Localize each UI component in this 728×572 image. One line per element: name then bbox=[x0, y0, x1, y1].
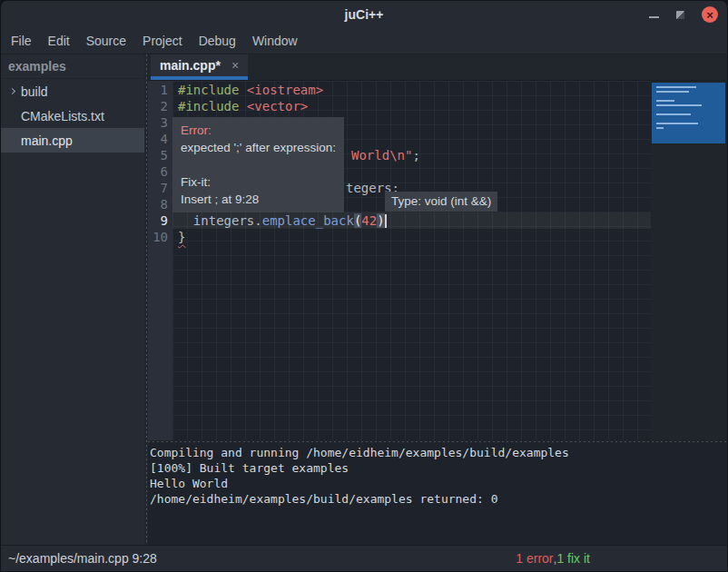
line-number-10: 10 bbox=[148, 229, 172, 245]
line-number-gutter: 12345678910 bbox=[148, 81, 172, 440]
tab-main-cpp[interactable]: main.cpp* × bbox=[151, 54, 248, 80]
line-number-1: 1 bbox=[148, 82, 172, 98]
code-segment: ; bbox=[412, 148, 419, 163]
code-segment: emplace_back bbox=[262, 213, 354, 228]
sidebar-item-cmakelists-txt[interactable]: CMakeLists.txt bbox=[1, 104, 144, 128]
menu-item-window[interactable]: Window bbox=[244, 30, 306, 52]
error-tooltip-line: Error: bbox=[181, 122, 336, 139]
editor-column: main.cpp* × 12345678910 #include <iostre… bbox=[148, 54, 727, 545]
code-segment: integers. bbox=[178, 213, 262, 228]
window-controls: × bbox=[649, 1, 718, 28]
menu-item-debug[interactable]: Debug bbox=[191, 30, 244, 52]
title-bar[interactable]: juCi++ × bbox=[1, 1, 727, 28]
line-number-4: 4 bbox=[148, 131, 172, 147]
menu-item-edit[interactable]: Edit bbox=[40, 30, 78, 52]
status-diagnostics: 1 error, 1 fix it bbox=[516, 546, 590, 571]
code-line-10: } bbox=[172, 229, 651, 245]
status-bar: ~/examples/main.cpp 9:28 1 error, 1 fix … bbox=[1, 545, 727, 571]
status-file-location: ~/examples/main.cpp 9:28 bbox=[8, 546, 157, 571]
minimap-code-line bbox=[656, 86, 696, 88]
line-number-8: 8 bbox=[148, 196, 172, 212]
error-tooltip: Error:expected ';' after expression:Fix-… bbox=[172, 117, 344, 212]
terminal-line: Compiling and running /home/eidheim/exam… bbox=[150, 445, 727, 460]
error-tooltip-line bbox=[181, 156, 336, 173]
code-area[interactable]: #include <iostream>#include <vector>Worl… bbox=[172, 81, 651, 440]
sidebar-item-main-cpp[interactable]: main.cpp bbox=[1, 128, 144, 153]
menu-item-source[interactable]: Source bbox=[78, 30, 134, 52]
code-segment: <iostream> bbox=[247, 83, 323, 97]
tab-close-icon[interactable]: × bbox=[231, 59, 239, 72]
terminal-line: /home/eidheim/examples/build/examples re… bbox=[150, 491, 727, 507]
error-tooltip-line: expected ';' after expression: bbox=[181, 139, 336, 156]
code-segment: #include bbox=[178, 99, 247, 113]
chevron-right-icon[interactable] bbox=[5, 89, 19, 94]
minimap-code-line bbox=[656, 127, 664, 129]
terminal-line: Hello World bbox=[150, 476, 727, 491]
code-segment: } bbox=[178, 230, 185, 244]
code-line-1: #include <iostream> bbox=[172, 82, 651, 98]
editor: 12345678910 #include <iostream>#include … bbox=[148, 81, 727, 440]
status-fixit-count: 1 fix it bbox=[556, 551, 590, 566]
status-error-count: 1 error bbox=[516, 551, 553, 566]
minimap-visible-region[interactable] bbox=[652, 83, 725, 143]
tree-item-label: main.cpp bbox=[21, 133, 73, 148]
terminal-line: [100%] Built target examples bbox=[150, 460, 727, 476]
code-segment: <vector> bbox=[247, 99, 308, 113]
code-segment: ) bbox=[377, 213, 384, 228]
minimap-code-line bbox=[656, 100, 674, 102]
window-title: juCi++ bbox=[345, 7, 384, 22]
type-tooltip-text: Type: void (int &&) bbox=[391, 194, 491, 208]
text-cursor bbox=[385, 214, 387, 228]
tab-label: main.cpp* bbox=[160, 58, 221, 73]
terminal-output[interactable]: Compiling and running /home/eidheim/exam… bbox=[148, 443, 727, 545]
line-number-7: 7 bbox=[148, 180, 172, 196]
line-number-6: 6 bbox=[148, 163, 172, 180]
menu-bar: FileEditSourceProjectDebugWindow bbox=[1, 28, 727, 54]
minimap-code-line bbox=[656, 123, 698, 124]
minimap-code-line bbox=[656, 113, 691, 115]
code-segment: World\n" bbox=[351, 148, 412, 163]
minimap-code-line bbox=[656, 104, 702, 106]
content-area: examples buildCMakeLists.txtmain.cpp mai… bbox=[1, 54, 727, 545]
code-line-9: integers.emplace_back(42) bbox=[172, 212, 651, 229]
minimize-icon[interactable] bbox=[649, 16, 659, 18]
sidebar-item-build[interactable]: build bbox=[1, 79, 144, 104]
error-tooltip-line: Insert ; at 9:28 bbox=[181, 191, 336, 208]
close-icon[interactable]: × bbox=[702, 6, 718, 23]
type-tooltip: Type: void (int &&) bbox=[385, 192, 497, 212]
code-line-2: #include <vector> bbox=[172, 98, 651, 114]
line-number-9: 9 bbox=[148, 212, 172, 229]
line-number-5: 5 bbox=[148, 147, 172, 163]
app-window: juCi++ × FileEditSourceProjectDebugWindo… bbox=[0, 0, 728, 572]
menu-item-file[interactable]: File bbox=[3, 30, 40, 52]
menu-item-project[interactable]: Project bbox=[134, 30, 191, 52]
tab-strip: main.cpp* × bbox=[148, 54, 727, 81]
code-segment: 42 bbox=[361, 213, 377, 228]
error-tooltip-line: Fix-it: bbox=[181, 173, 336, 191]
minimap bbox=[651, 81, 727, 440]
line-number-3: 3 bbox=[148, 114, 172, 131]
project-name-header: examples bbox=[1, 54, 144, 79]
minimap-code-line bbox=[656, 91, 689, 93]
file-tree-panel: examples buildCMakeLists.txtmain.cpp bbox=[1, 54, 144, 545]
tree-item-label: build bbox=[21, 84, 48, 99]
code-segment: #include bbox=[178, 83, 247, 97]
file-tree: buildCMakeLists.txtmain.cpp bbox=[1, 79, 144, 153]
restore-icon[interactable] bbox=[676, 11, 684, 19]
line-number-2: 2 bbox=[148, 98, 172, 114]
tree-item-label: CMakeLists.txt bbox=[21, 109, 104, 123]
